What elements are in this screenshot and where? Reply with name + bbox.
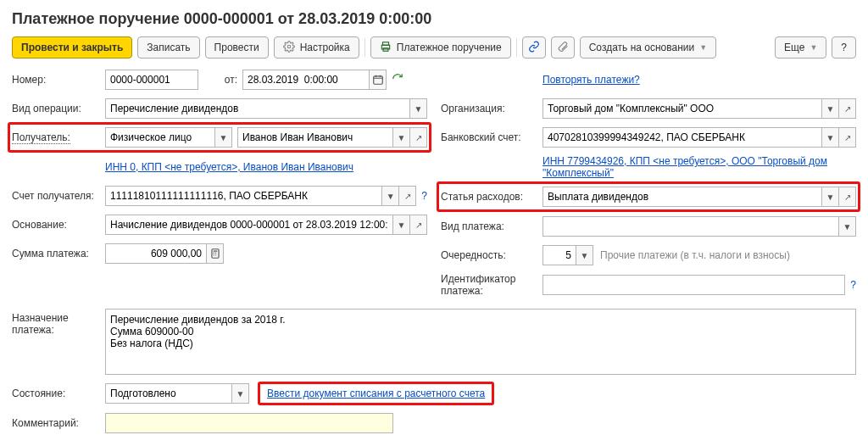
- repeat-payments-link[interactable]: Повторять платежи?: [542, 74, 640, 86]
- recipient-type-input[interactable]: [105, 127, 215, 148]
- open-icon[interactable]: ↗: [839, 127, 856, 148]
- ident-label: Идентификатор платежа:: [441, 273, 542, 297]
- dropdown-icon[interactable]: ▼: [576, 245, 593, 265]
- expense-label: Статья расходов:: [441, 191, 542, 203]
- toolbar: Провести и закрыть Записать Провести Нас…: [12, 36, 856, 59]
- open-icon[interactable]: ↗: [410, 127, 427, 148]
- more-button[interactable]: Еще▼: [775, 36, 826, 59]
- calculator-icon[interactable]: [207, 243, 224, 264]
- svg-rect-4: [373, 76, 382, 84]
- dropdown-icon[interactable]: ▼: [822, 127, 839, 148]
- attach-icon-button[interactable]: [551, 36, 575, 59]
- gear-icon: [283, 41, 295, 55]
- svg-point-0: [287, 45, 291, 48]
- op-type-input[interactable]: [105, 98, 410, 119]
- dropdown-icon[interactable]: ▼: [839, 216, 856, 237]
- open-icon[interactable]: ↗: [839, 98, 856, 119]
- pay-type-label: Вид платежа:: [441, 220, 542, 232]
- settings-button[interactable]: Настройка: [274, 36, 359, 59]
- dropdown-icon[interactable]: ▼: [232, 383, 249, 404]
- priority-label: Очередность:: [441, 249, 542, 261]
- status-input[interactable]: [105, 383, 232, 404]
- bank-account-input[interactable]: [542, 127, 822, 148]
- org-input[interactable]: [542, 98, 822, 119]
- org-inn-link[interactable]: ИНН 7799434926, КПП <не требуется>, ООО …: [542, 155, 856, 179]
- print-doc-button[interactable]: Платежное поручение: [370, 36, 511, 59]
- dropdown-icon[interactable]: ▼: [822, 98, 839, 119]
- calendar-icon[interactable]: [370, 70, 387, 90]
- create-based-button[interactable]: Создать на основании▼: [580, 36, 716, 59]
- paperclip-icon: [557, 41, 569, 55]
- pay-type-input[interactable]: [542, 216, 839, 237]
- number-label: Номер:: [12, 74, 105, 86]
- comment-input[interactable]: [105, 413, 393, 433]
- dropdown-icon[interactable]: ▼: [215, 127, 232, 148]
- bank-label: Банковский счет:: [441, 131, 542, 143]
- refresh-icon[interactable]: [392, 73, 403, 87]
- priority-hint: Прочие платежи (в т.ч. налоги и взносы): [600, 249, 790, 261]
- help-icon[interactable]: ?: [421, 190, 427, 202]
- open-icon[interactable]: ↗: [399, 186, 416, 206]
- dropdown-icon[interactable]: ▼: [822, 187, 839, 207]
- submit-close-button[interactable]: Провести и закрыть: [12, 36, 132, 59]
- dropdown-icon[interactable]: ▼: [382, 186, 399, 206]
- dropdown-icon[interactable]: ▼: [410, 98, 427, 119]
- sum-input[interactable]: [105, 243, 207, 264]
- purpose-label: Назначение платежа:: [12, 309, 105, 336]
- date-input[interactable]: [242, 70, 370, 90]
- op-type-label: Вид операции:: [12, 103, 105, 114]
- recipient-name-input[interactable]: [237, 127, 393, 148]
- org-label: Организация:: [441, 103, 542, 114]
- open-icon[interactable]: ↗: [839, 187, 856, 207]
- from-label: от:: [203, 74, 242, 86]
- writeoff-link[interactable]: Ввести документ списания с расчетного сч…: [267, 388, 485, 399]
- open-icon[interactable]: ↗: [410, 215, 427, 235]
- status-label: Состояние:: [12, 388, 105, 399]
- number-input[interactable]: [105, 70, 198, 90]
- sum-label: Сумма платежа:: [12, 248, 105, 259]
- recipient-label: Получатель:: [12, 131, 105, 143]
- dropdown-icon[interactable]: ▼: [393, 127, 410, 148]
- toolbar-separator: [364, 38, 365, 57]
- toolbar-separator: [516, 38, 517, 57]
- expense-item-input[interactable]: [542, 187, 822, 207]
- printer-icon: [380, 41, 392, 55]
- submit-button[interactable]: Провести: [205, 36, 269, 59]
- help-button[interactable]: ?: [832, 36, 856, 59]
- save-button[interactable]: Записать: [137, 36, 199, 59]
- dropdown-icon[interactable]: ▼: [393, 215, 410, 235]
- basis-input[interactable]: [105, 215, 393, 235]
- ident-input[interactable]: [542, 275, 845, 295]
- link-icon: [528, 41, 540, 55]
- comment-label: Комментарий:: [12, 417, 105, 429]
- link-icon-button[interactable]: [522, 36, 546, 59]
- page-title: Платежное поручение 0000-000001 от 28.03…: [12, 10, 856, 28]
- basis-label: Основание:: [12, 219, 105, 231]
- recipient-account-input[interactable]: [105, 186, 382, 206]
- acct-label: Счет получателя:: [12, 190, 105, 202]
- help-icon[interactable]: ?: [850, 279, 856, 291]
- purpose-textarea[interactable]: [105, 309, 856, 375]
- recipient-inn-link[interactable]: ИНН 0, КПП <не требуется>, Иванов Иван И…: [105, 161, 353, 173]
- priority-input[interactable]: [542, 245, 576, 265]
